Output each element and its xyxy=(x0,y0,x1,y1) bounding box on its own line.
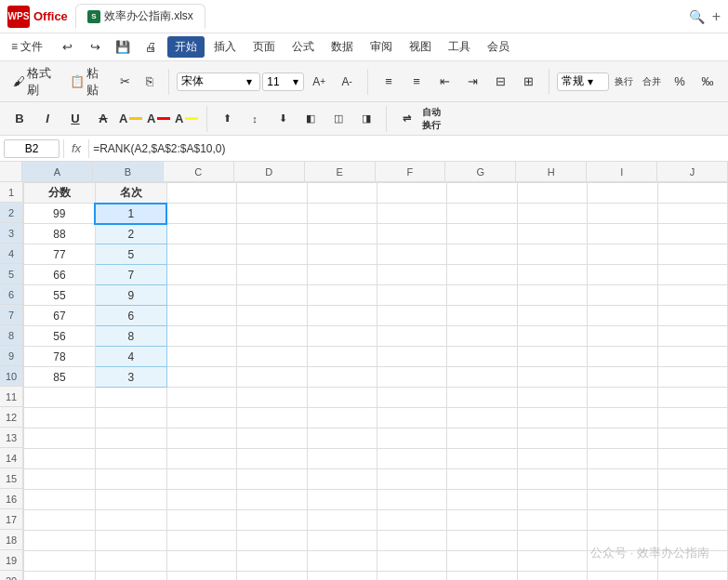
row-19[interactable]: 19 xyxy=(0,550,22,571)
redo-button[interactable]: ↪ xyxy=(82,34,108,60)
cell-A3[interactable]: 88 xyxy=(24,224,96,244)
row-15[interactable]: 15 xyxy=(0,468,22,489)
cell-J5[interactable] xyxy=(657,265,727,285)
cell-G8[interactable] xyxy=(447,326,517,347)
row-12[interactable]: 12 xyxy=(0,407,22,428)
row-11[interactable]: 11 xyxy=(0,387,22,407)
cell-D10[interactable] xyxy=(237,367,307,388)
cell-J8[interactable] xyxy=(657,326,727,347)
cell-ref-input[interactable] xyxy=(4,139,60,158)
text-direction-button[interactable]: ⇌ xyxy=(394,107,418,131)
cell-A6[interactable]: 55 xyxy=(24,285,96,306)
indent-dec-button[interactable]: ⇤ xyxy=(431,69,457,95)
align-right-button[interactable]: ◨ xyxy=(354,107,378,131)
cell-I4[interactable] xyxy=(588,244,657,265)
print-button[interactable]: 🖨 xyxy=(138,34,164,60)
font-size-input[interactable] xyxy=(267,75,293,88)
cell-B7[interactable]: 6 xyxy=(95,306,166,326)
copy-button[interactable]: ⎘ xyxy=(139,69,162,95)
row-1[interactable]: 1 xyxy=(0,182,22,203)
border-button[interactable]: ⊞ xyxy=(515,69,541,95)
italic-button[interactable]: I xyxy=(35,107,60,131)
col-header-G[interactable]: G xyxy=(445,162,516,182)
row-7[interactable]: 7 xyxy=(0,305,22,325)
cell-E4[interactable] xyxy=(307,244,377,265)
paste-button[interactable]: 📋 粘贴 xyxy=(64,69,112,95)
cell-G10[interactable] xyxy=(447,367,517,388)
align-bottom-button[interactable]: ⬇ xyxy=(271,107,295,131)
cell-G1[interactable] xyxy=(447,183,517,204)
col-header-H[interactable]: H xyxy=(516,162,587,182)
col-header-E[interactable]: E xyxy=(305,162,376,182)
cell-E10[interactable] xyxy=(307,367,377,388)
cell-B2[interactable]: 1 xyxy=(95,204,166,224)
cell-B10[interactable]: 3 xyxy=(95,367,166,388)
strikethrough-button[interactable]: A xyxy=(91,107,115,131)
cell-B9[interactable]: 4 xyxy=(95,347,166,367)
cell-I6[interactable] xyxy=(588,285,657,306)
cell-J4[interactable] xyxy=(657,244,727,265)
cell-C10[interactable] xyxy=(166,367,236,388)
cell-G3[interactable] xyxy=(447,224,517,244)
menu-home[interactable]: 开始 xyxy=(167,36,205,58)
menu-review[interactable]: 审阅 xyxy=(363,36,400,58)
menu-formula[interactable]: 公式 xyxy=(285,36,322,58)
cell-D7[interactable] xyxy=(237,306,307,326)
cell-E2[interactable] xyxy=(307,204,377,224)
cell-D5[interactable] xyxy=(237,265,307,285)
cell-H5[interactable] xyxy=(517,265,587,285)
cell-I8[interactable] xyxy=(588,326,657,347)
cell-H7[interactable] xyxy=(517,306,587,326)
align-left-button[interactable]: ◧ xyxy=(298,107,323,131)
highlight-color-btn[interactable]: A xyxy=(147,107,171,131)
cell-B6[interactable]: 9 xyxy=(95,285,166,306)
cell-I7[interactable] xyxy=(588,306,657,326)
decrease-font-button[interactable]: A- xyxy=(334,69,360,95)
row-2[interactable]: 2 xyxy=(0,203,22,223)
cell-G2[interactable] xyxy=(447,204,517,224)
menu-insert[interactable]: 插入 xyxy=(206,36,244,58)
cell-H2[interactable] xyxy=(517,204,587,224)
cell-E9[interactable] xyxy=(307,347,377,367)
cell-A2[interactable]: 99 xyxy=(24,204,96,224)
cell-G7[interactable] xyxy=(447,306,517,326)
cell-D3[interactable] xyxy=(237,224,307,244)
cell-H1[interactable] xyxy=(517,183,587,204)
menu-member[interactable]: 会员 xyxy=(480,36,517,58)
number-format-selector[interactable]: ▾ xyxy=(557,72,609,91)
cell-E1[interactable] xyxy=(307,183,377,204)
cell-A9[interactable]: 78 xyxy=(24,347,96,367)
cell-B5[interactable]: 7 xyxy=(95,265,166,285)
cell-E7[interactable] xyxy=(307,306,377,326)
number-format-dropdown[interactable]: ▾ xyxy=(588,75,593,88)
cell-C8[interactable] xyxy=(166,326,236,347)
font-name-input[interactable] xyxy=(181,75,246,88)
cell-C4[interactable] xyxy=(166,244,236,265)
menu-file[interactable]: ≡ 文件 xyxy=(4,36,50,58)
cell-J7[interactable] xyxy=(657,306,727,326)
cell-D2[interactable] xyxy=(237,204,307,224)
font-size-dropdown-icon[interactable]: ▾ xyxy=(293,75,298,88)
col-header-J[interactable]: J xyxy=(657,162,728,182)
underline-button[interactable]: U xyxy=(63,107,87,131)
cell-H3[interactable] xyxy=(517,224,587,244)
cell-G5[interactable] xyxy=(447,265,517,285)
cell-E6[interactable] xyxy=(307,285,377,306)
cell-C6[interactable] xyxy=(166,285,236,306)
cell-G9[interactable] xyxy=(447,347,517,367)
cell-E3[interactable] xyxy=(307,224,377,244)
cell-C2[interactable] xyxy=(166,204,236,224)
cell-C5[interactable] xyxy=(166,265,236,285)
cell-D9[interactable] xyxy=(237,347,307,367)
thousands-button[interactable]: ‰ xyxy=(695,69,721,95)
row-13[interactable]: 13 xyxy=(0,428,22,448)
add-tab-button[interactable]: + xyxy=(712,8,721,25)
row-8[interactable]: 8 xyxy=(0,325,22,346)
cell-C3[interactable] xyxy=(166,224,236,244)
cell-A12[interactable] xyxy=(24,408,96,428)
cell-J3[interactable] xyxy=(657,224,727,244)
fill-color-btn[interactable]: A xyxy=(175,107,199,131)
cell-D6[interactable] xyxy=(237,285,307,306)
row-14[interactable]: 14 xyxy=(0,448,22,468)
cell-I9[interactable] xyxy=(588,347,657,367)
